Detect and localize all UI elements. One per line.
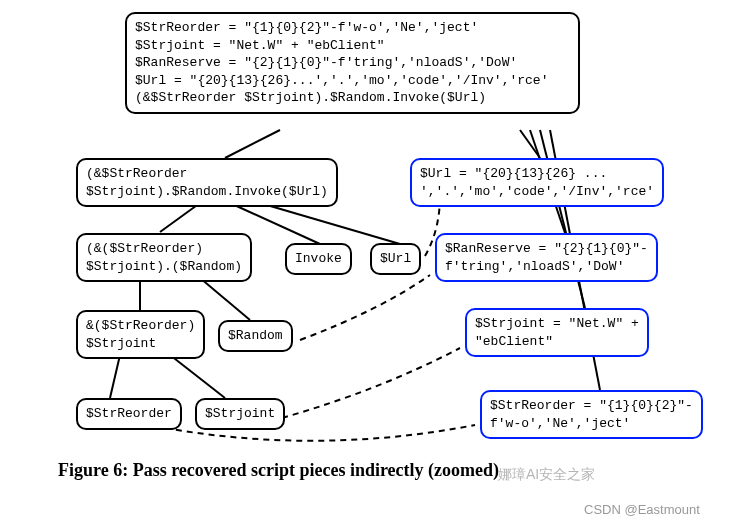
node-invoke-call: (&$StrReorder $Strjoint).$Random.Invoke(… bbox=[76, 158, 338, 207]
svg-line-7 bbox=[260, 203, 400, 244]
node-reorder-random: (&($StrReorder) $Strjoint).($Random) bbox=[76, 233, 252, 282]
node-strreorder-def: $StrReorder = "{1}{0}{2}"- f'w-o','Ne','… bbox=[480, 390, 703, 439]
node-url-var: $Url bbox=[370, 243, 421, 275]
node-invoke: Invoke bbox=[285, 243, 352, 275]
node-ranreserve-def: $RanReserve = "{2}{1}{0}"- f'tring','nlo… bbox=[435, 233, 658, 282]
watermark-text: 娜璋AI安全之家 bbox=[498, 466, 595, 484]
node-url-def: $Url = "{20}{13}{26} ... ','.','mo','cod… bbox=[410, 158, 664, 207]
root-node: $StrReorder = "{1}{0}{2}"-f'w-o','Ne','j… bbox=[125, 12, 580, 114]
svg-line-10 bbox=[110, 355, 120, 398]
node-strjoint-def: $Strjoint = "Net.W" + "ebClient" bbox=[465, 308, 649, 357]
footer-credit: CSDN @Eastmount bbox=[584, 502, 700, 517]
svg-line-11 bbox=[170, 355, 225, 398]
node-strjoint-var: $Strjoint bbox=[195, 398, 285, 430]
svg-line-5 bbox=[160, 203, 200, 232]
figure-caption: Figure 6: Pass recovered script pieces i… bbox=[58, 460, 499, 481]
svg-line-1 bbox=[520, 130, 540, 158]
svg-line-9 bbox=[200, 278, 250, 320]
node-strreorder-var: $StrReorder bbox=[76, 398, 182, 430]
svg-line-0 bbox=[225, 130, 280, 158]
node-reorder-joint: &($StrReorder) $Strjoint bbox=[76, 310, 205, 359]
node-random-var: $Random bbox=[218, 320, 293, 352]
